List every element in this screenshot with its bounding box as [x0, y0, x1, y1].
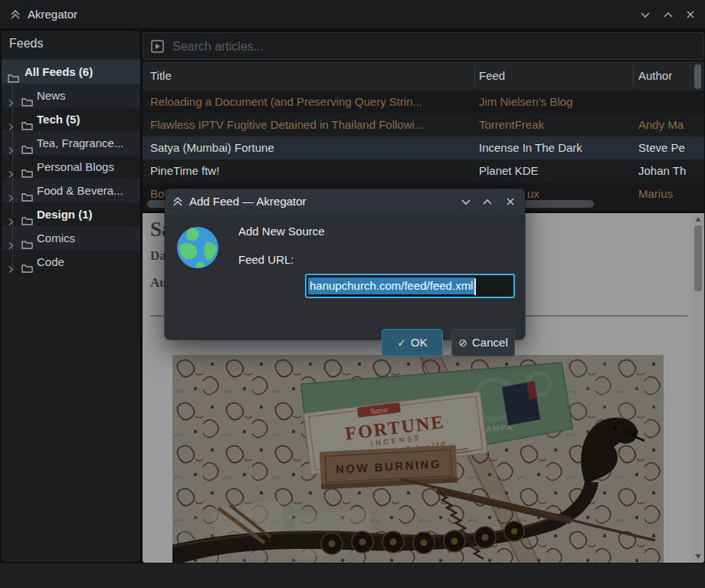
article-title: Reloading a Document (and Preserving Que…: [150, 90, 472, 113]
sidebar-item-code[interactable]: Code: [2, 250, 140, 274]
search-input[interactable]: [171, 33, 680, 61]
bottom-bar: [0, 563, 705, 588]
window-titlebar[interactable]: Akregator: [0, 0, 705, 28]
article-title: PineTime ftw!: [150, 159, 472, 182]
maximize-icon[interactable]: [481, 195, 494, 208]
column-divider[interactable]: [633, 65, 634, 87]
article-feed: Jim Nielsen’s Blog: [479, 90, 629, 113]
article-row[interactable]: Reloading a Document (and Preserving Que…: [143, 90, 704, 113]
cancel-button-label: Cancel: [472, 336, 508, 349]
sidebar-item-label: Tea, Fragrance...: [37, 131, 123, 155]
chevron-right-icon[interactable]: [7, 91, 15, 107]
sidebar-item-design[interactable]: Design (1): [2, 202, 140, 226]
sidebar-item-label: Design (1): [37, 202, 93, 226]
cancel-button[interactable]: ⊘Cancel: [451, 329, 515, 356]
folder-icon: [21, 186, 33, 202]
feeds-panel-title: Feeds: [9, 37, 43, 51]
article-title: Satya (Mumbai) Fortune: [150, 136, 472, 159]
add-feed-dialog: Add Feed — Akregator Add New: [165, 189, 525, 340]
feed-url-label: Feed URL:: [238, 253, 294, 266]
article-row[interactable]: Flawless IPTV Fugitive Detained in Thail…: [143, 113, 704, 136]
sidebar-item-food-beverage[interactable]: Food & Bevera...: [2, 179, 140, 202]
search-bar: [143, 32, 704, 60]
scroll-up-arrow-icon[interactable]: [695, 217, 701, 222]
sidebar-item-tea-fragrance[interactable]: Tea, Fragrance...: [2, 131, 140, 155]
folder-icon: [21, 114, 33, 131]
text-caret: [474, 278, 476, 295]
sidebar-item-label: News: [37, 84, 66, 107]
article-author: Andy Ma: [638, 113, 704, 136]
sidebar-item-label: Food & Bevera...: [37, 179, 123, 202]
sidebar-item-news[interactable]: News: [2, 84, 140, 107]
article-author: Steve Pe: [638, 136, 704, 159]
dialog-titlebar[interactable]: Add Feed — Akregator: [165, 189, 525, 215]
sidebar-item-personal-blogs[interactable]: Personal Blogs: [2, 155, 140, 179]
sidebar-item-label: All Feeds (6): [25, 60, 93, 84]
close-icon[interactable]: [504, 195, 516, 208]
minimize-icon[interactable]: [639, 8, 651, 21]
webview-scrollbar[interactable]: [692, 213, 704, 563]
folder-icon: [21, 209, 33, 226]
column-header-feed[interactable]: Feed: [479, 61, 629, 90]
article-feed: TorrentFreak: [479, 113, 629, 136]
feed-url-input[interactable]: hanupchurch.com/feed/feed.xml: [305, 274, 515, 298]
folder-icon: [21, 257, 33, 274]
article-feed: Planet KDE: [479, 159, 629, 182]
scroll-down-arrow-icon[interactable]: [695, 554, 701, 559]
article-row[interactable]: PineTime ftw! Planet KDE Johan Th: [143, 159, 704, 182]
article-list-header: Title Feed Author: [143, 61, 704, 90]
globe-icon: [175, 225, 220, 273]
article-feed: Incense In The Dark: [479, 136, 629, 159]
double-chevron-up-icon[interactable]: [9, 8, 21, 21]
checkmark-icon: ✓: [397, 337, 406, 349]
minimize-icon[interactable]: [460, 195, 472, 208]
sidebar-item-comics[interactable]: Comics: [2, 226, 140, 250]
double-chevron-up-icon[interactable]: [172, 195, 184, 208]
sidebar-item-label: Comics: [37, 226, 75, 250]
tree-branch-line: [12, 84, 13, 268]
akregator-window: Akregator Feeds All Feeds (6) News Tech …: [0, 0, 705, 588]
feeds-panel-header: Feeds: [2, 31, 140, 59]
chevron-right-icon[interactable]: [7, 115, 15, 131]
dialog-heading: Add New Source: [238, 225, 325, 238]
chevron-right-icon[interactable]: [7, 139, 15, 155]
folder-icon: [8, 67, 19, 84]
article-title: Flawless IPTV Fugitive Detained in Thail…: [150, 113, 472, 136]
folder-icon: [21, 138, 33, 155]
article-author: Johan Th: [638, 159, 704, 182]
folder-icon: [21, 233, 33, 250]
close-icon[interactable]: [684, 8, 697, 21]
maximize-icon[interactable]: [662, 8, 674, 21]
sidebar-item-label: Code: [37, 250, 64, 274]
vertical-scrollbar[interactable]: [694, 64, 701, 89]
feeds-panel: Feeds All Feeds (6) News Tech (5) Tea, F…: [2, 31, 140, 562]
sidebar-item-all-feeds[interactable]: All Feeds (6): [2, 60, 140, 84]
chevron-right-icon[interactable]: [7, 210, 15, 226]
sidebar-item-label: Personal Blogs: [37, 155, 114, 179]
webview-scrollbar-thumb[interactable]: [694, 225, 702, 291]
column-divider[interactable]: [474, 65, 475, 87]
search-filter-icon[interactable]: [151, 40, 164, 56]
chevron-right-icon[interactable]: [7, 234, 15, 250]
folder-icon: [21, 90, 33, 107]
article-photo-incense: CHAMPA Satya FORTUNE INCENSE Shriniwas S…: [172, 355, 664, 563]
sidebar-item-tech[interactable]: Tech (5): [2, 107, 140, 131]
dialog-body: Add New Source Feed URL: hanupchurch.com…: [165, 215, 525, 340]
chevron-right-icon[interactable]: [7, 163, 15, 179]
folder-icon: [21, 162, 33, 179]
article-row-selected[interactable]: Satya (Mumbai) Fortune Incense In The Da…: [143, 136, 704, 159]
chevron-right-icon[interactable]: [7, 186, 15, 202]
cancel-slash-icon: ⊘: [458, 337, 467, 349]
dialog-title: Add Feed — Akregator: [189, 189, 307, 215]
column-header-title[interactable]: Title: [150, 61, 472, 90]
ok-button-label: OK: [411, 336, 428, 349]
chevron-right-icon[interactable]: [7, 258, 15, 274]
sidebar-item-label: Tech (5): [37, 107, 80, 131]
selected-text: hanupchurch.com/feed/feed.xml: [308, 278, 474, 294]
window-title: Akregator: [28, 0, 77, 28]
ok-button[interactable]: ✓OK: [382, 329, 443, 356]
article-author: Marius: [638, 182, 704, 205]
